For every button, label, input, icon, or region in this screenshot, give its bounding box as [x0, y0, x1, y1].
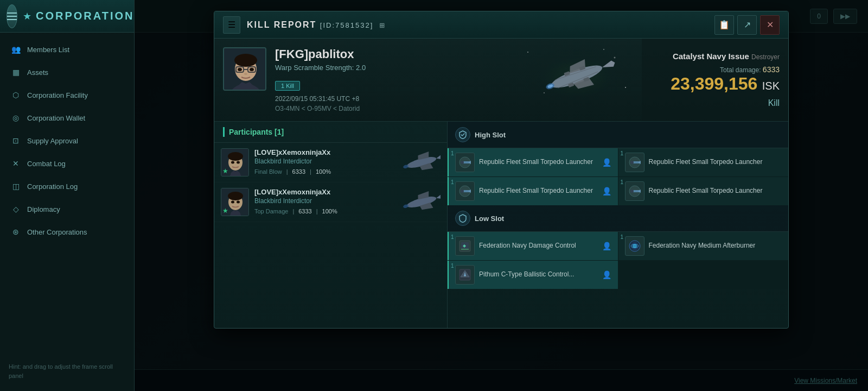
participant-name-2: [LOVE]xXemoxninjaXx	[254, 188, 397, 196]
sidebar-item-label: Combat Log	[27, 160, 66, 168]
stat-label-2: Top Damage	[254, 208, 288, 215]
corporation-log-icon: ◫	[11, 181, 21, 191]
kill-report-id: [ID:7581532]	[320, 21, 373, 29]
participants-title: Participants [1]	[229, 128, 284, 136]
high-slot-item-3[interactable]: 1 Repub	[448, 177, 618, 205]
combat-log-icon: ✕	[11, 159, 21, 168]
svg-point-9	[244, 73, 247, 75]
stat-separator-2: |	[310, 168, 311, 175]
high-slot-grid: 1 Repub	[448, 148, 788, 205]
shield-icon	[458, 130, 467, 139]
kill-badge: 1 Kill	[275, 81, 300, 91]
svg-point-84	[464, 274, 466, 276]
low-slot-grid: 1 Feder	[448, 232, 788, 289]
high-slot-item-4-name: Republic Fleet Small Torpedo Launcher	[649, 187, 782, 195]
high-slot-item-2[interactable]: 1 Repub	[618, 148, 789, 176]
kill-report-modal: ☰ KILL REPORT [ID:7581532] ⊞ 📋 ↗ ✕	[214, 11, 789, 329]
torpedo-launcher-icon-1	[455, 153, 475, 172]
ship-image	[517, 44, 636, 109]
ship-display	[517, 44, 636, 109]
high-slot-item-1-name: Republic Fleet Small Torpedo Launcher	[479, 158, 598, 167]
participants-title-bar	[223, 127, 225, 137]
high-slot-item-2-name: Republic Fleet Small Torpedo Launcher	[649, 158, 782, 167]
svg-point-15	[603, 49, 604, 50]
sidebar-item-label: Assets	[27, 68, 48, 77]
low-slot-item-2[interactable]: 1 Feder	[618, 232, 789, 260]
damage-control-icon	[455, 236, 475, 256]
hamburger-line-1	[7, 12, 17, 14]
sidebar-item-supply-approval[interactable]: ⊡ Supply Approval	[0, 129, 134, 152]
total-damage-label: Total damage: 6333	[720, 65, 780, 74]
sidebar-item-corp-wallet[interactable]: ◎ Corporation Wallet	[0, 106, 134, 129]
svg-point-12	[614, 57, 616, 59]
corp-title: CORPORATION	[36, 10, 135, 22]
sidebar: ★ CORPORATION 👥 Members List ▦ Assets ⬡ …	[0, 0, 135, 391]
supply-approval-icon: ⊡	[11, 136, 21, 146]
sidebar-item-assets[interactable]: ▦ Assets	[0, 61, 134, 84]
svg-rect-75	[461, 249, 469, 250]
sidebar-footer-text: Hint: and drag to adjust the frame scrol…	[9, 363, 113, 379]
svg-point-7	[238, 68, 242, 71]
low-slot-num-1: 1	[451, 234, 454, 240]
blackbird-ship-img-2	[403, 188, 441, 216]
stat-separator-1: |	[286, 168, 288, 175]
launcher-module-icon-3	[457, 184, 473, 199]
low-slot-header: Low Slot	[448, 205, 788, 232]
sidebar-header: ★ CORPORATION	[0, 0, 134, 33]
svg-point-3	[234, 54, 257, 67]
ballistic-module	[457, 267, 473, 282]
high-slot-icon	[455, 127, 470, 142]
copy-button[interactable]: 📋	[714, 15, 734, 35]
high-slot-item-1[interactable]: 1 Repub	[448, 148, 618, 176]
svg-point-66	[461, 190, 464, 193]
sidebar-footer: Hint: and drag to adjust the frame scrol…	[0, 362, 134, 380]
sidebar-item-label: Corporation Log	[27, 182, 78, 191]
high-slot-item-4[interactable]: 1 Repub	[618, 177, 789, 205]
sidebar-item-combat-log[interactable]: ✕ Combat Log	[0, 152, 134, 175]
blackbird-ship-img	[403, 148, 441, 176]
modal-header: ☰ KILL REPORT [ID:7581532] ⊞ 📋 ↗ ✕	[214, 11, 788, 39]
isk-display: 23,399,156 ISK	[671, 74, 780, 94]
participant-avatar-2: ★	[221, 188, 249, 216]
svg-point-8	[250, 68, 254, 71]
low-slot-title: Low Slot	[475, 215, 504, 223]
sidebar-item-diplomacy[interactable]: ◇ Diplomacy	[0, 198, 134, 220]
hamburger-line-3	[7, 19, 17, 20]
ballistic-control-icon	[455, 265, 475, 285]
participant-name-1: [LOVE]xXemoxninjaXx	[254, 148, 397, 156]
participant-stats-2: Top Damage | 6333 | 100%	[254, 208, 397, 215]
stat-percent-1: 100%	[316, 168, 331, 175]
sidebar-item-label: Corporation Wallet	[27, 114, 85, 122]
sidebar-item-corp-facility[interactable]: ⬡ Corporation Facility	[0, 84, 134, 106]
sidebar-item-corporation-log[interactable]: ◫ Corporation Log	[0, 175, 134, 198]
high-slot-header: High Slot	[448, 122, 788, 148]
export-button[interactable]: ↗	[737, 15, 757, 35]
participant-star-icon: ★	[222, 167, 228, 175]
modal-menu-button[interactable]: ☰	[223, 16, 240, 34]
sidebar-item-label: Supply Approval	[27, 137, 78, 145]
participant-info-2: [LOVE]xXemoxninjaXx Blackbird Interdicto…	[254, 188, 397, 216]
participant-avatar-1: ★	[221, 148, 249, 176]
svg-point-32	[231, 161, 234, 164]
corp-facility-icon: ⬡	[11, 90, 21, 100]
stat-damage-2: 6333	[298, 208, 311, 215]
slots-panel: High Slot 1	[448, 122, 788, 328]
participant-ship-2: Blackbird Interdictor	[254, 197, 397, 205]
person-icon-low-3: 👤	[602, 270, 611, 279]
high-slot-title: High Slot	[475, 131, 506, 139]
close-button[interactable]: ✕	[760, 15, 780, 35]
corp-logo: ★ CORPORATION	[23, 10, 135, 22]
low-slot-item-3[interactable]: 1 Pithu	[448, 261, 618, 289]
copy-icon: ⊞	[379, 22, 386, 29]
sidebar-item-members-list[interactable]: 👥 Members List	[0, 38, 134, 61]
isk-amount: 23,399,156	[671, 74, 757, 93]
hamburger-icon	[7, 12, 17, 20]
corp-wallet-icon: ◎	[11, 113, 21, 123]
diplomacy-icon: ◇	[11, 204, 21, 214]
hamburger-button[interactable]	[7, 4, 17, 28]
sidebar-item-other-corps[interactable]: ⊛ Other Corporations	[0, 220, 134, 243]
participants-header: Participants [1]	[214, 122, 447, 143]
torpedo-launcher-icon-2	[625, 153, 644, 172]
participant-ship-1: Blackbird Interdictor	[254, 157, 397, 165]
low-slot-item-1[interactable]: 1 Feder	[448, 232, 618, 260]
